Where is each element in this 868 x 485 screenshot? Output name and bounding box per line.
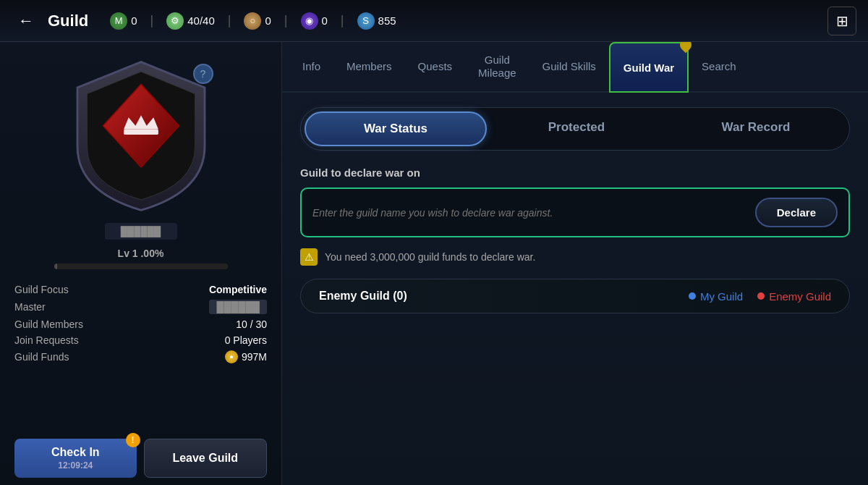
check-in-badge: ! [126, 433, 140, 447]
leave-guild-button[interactable]: Leave Guild [144, 439, 268, 478]
stat-master: Master ██████ [14, 300, 267, 314]
stat-guild-funds-value: ● 997M [225, 350, 267, 363]
check-in-timer: 12:09:24 [58, 460, 93, 471]
g-value: 855 [378, 14, 396, 27]
bottom-buttons: ! Check In 12:09:24 Leave Guild [14, 428, 267, 478]
s-value: 40/40 [187, 14, 215, 27]
enemy-guild-row: Enemy Guild (0) My Guild Enemy Guild [300, 279, 850, 313]
coin-icon: ● [225, 350, 238, 363]
resource-s: ⚙ 40/40 [166, 12, 215, 30]
stat-guild-focus: Guild Focus Competitive [14, 284, 267, 295]
enemy-guild-legend-label: Enemy Guild [769, 290, 831, 303]
stat-members-label: Guild Members [14, 319, 83, 330]
resource-g: S 855 [357, 12, 396, 30]
enemy-guild-dot [757, 292, 765, 300]
stat-members: Guild Members 10 / 30 [14, 319, 267, 330]
warning-icon: ⚠ [300, 248, 318, 266]
stat-master-value: ██████ [209, 300, 267, 314]
svg-rect-2 [124, 129, 158, 135]
p-icon: ◉ [301, 12, 318, 30]
legend-my-guild: My Guild [689, 290, 743, 303]
sub-tab-war-record[interactable]: War Record [666, 111, 846, 146]
declare-guild-input[interactable] [312, 207, 746, 219]
sep4: | [341, 13, 344, 28]
content-area: War Status Protected War Record Guild to… [282, 93, 868, 485]
top-bar: ← Guild M 0 | ⚙ 40/40 | ○ 0 | ◉ 0 | S 85… [0, 0, 868, 42]
declare-section-label: Guild to declare war on [300, 166, 850, 179]
guild-stats: Guild Focus Competitive Master ██████ Gu… [14, 284, 267, 363]
sep2: | [228, 13, 231, 28]
resource-m: M 0 [110, 12, 137, 30]
sep3: | [284, 13, 288, 28]
tab-guild-mileage[interactable]: GuildMileage [465, 42, 529, 93]
sep1: | [150, 13, 154, 28]
my-guild-legend-label: My Guild [700, 290, 743, 303]
stat-guild-funds-label: Guild Funds [14, 351, 69, 363]
sub-tab-protected[interactable]: Protected [487, 111, 666, 146]
right-panel: Info Members Quests GuildMileage Guild S… [282, 42, 868, 485]
s-icon: ⚙ [166, 12, 184, 30]
page-title: Guild [48, 12, 88, 30]
resource-c: ○ 0 [244, 12, 271, 30]
stat-join-requests-value: 0 Players [225, 334, 267, 346]
stat-guild-funds: Guild Funds ● 997M [14, 350, 267, 363]
resource-p: ◉ 0 [301, 12, 328, 30]
warning-row: ⚠ You need 3,000,000 guild funds to decl… [300, 248, 850, 266]
stat-guild-focus-value: Competitive [209, 284, 267, 295]
g-icon: S [357, 12, 375, 30]
resource-bar: M 0 | ⚙ 40/40 | ○ 0 | ◉ 0 | S 855 [110, 12, 827, 30]
c-value: 0 [265, 14, 271, 27]
sub-tab-war-status[interactable]: War Status [305, 111, 487, 146]
help-badge[interactable]: ? [193, 64, 213, 84]
xp-bar-fill [54, 263, 58, 269]
tab-guild-war[interactable]: Guild War [609, 42, 689, 93]
guild-name: ██████ [105, 223, 177, 240]
left-panel: ? ██████ Lv 1 .00% Guild Focus Competiti… [0, 42, 282, 485]
legend-enemy-guild: Enemy Guild [757, 290, 831, 303]
guild-emblem-container: ? [61, 56, 221, 216]
warning-text: You need 3,000,000 guild funds to declar… [325, 251, 535, 263]
check-in-button[interactable]: ! Check In 12:09:24 [14, 439, 137, 478]
tabs-bar: Info Members Quests GuildMileage Guild S… [282, 42, 868, 93]
exit-button[interactable]: ⊞ [827, 7, 856, 35]
tab-guild-skills[interactable]: Guild Skills [529, 42, 609, 93]
tab-members[interactable]: Members [333, 42, 405, 93]
p-value: 0 [322, 14, 328, 27]
stat-members-value: 10 / 30 [236, 319, 267, 330]
declare-button[interactable]: Declare [755, 198, 838, 227]
guild-level: Lv 1 .00% [118, 244, 164, 261]
c-icon: ○ [244, 12, 261, 30]
back-button[interactable]: ← [12, 7, 41, 35]
stat-join-requests-label: Join Requests [14, 334, 79, 346]
m-value: 0 [131, 14, 137, 27]
tab-quests[interactable]: Quests [405, 42, 466, 93]
stat-guild-focus-label: Guild Focus [14, 284, 69, 295]
xp-bar [54, 263, 228, 269]
enemy-guild-label: Enemy Guild (0) [319, 290, 407, 303]
sub-tabs: War Status Protected War Record [300, 107, 850, 151]
my-guild-dot [689, 292, 696, 300]
tab-search[interactable]: Search [689, 42, 749, 93]
stat-master-label: Master [14, 301, 46, 313]
tab-info[interactable]: Info [289, 42, 333, 93]
m-icon: M [110, 12, 127, 30]
stat-join-requests: Join Requests 0 Players [14, 334, 267, 346]
declare-war-box: Declare [300, 187, 850, 237]
